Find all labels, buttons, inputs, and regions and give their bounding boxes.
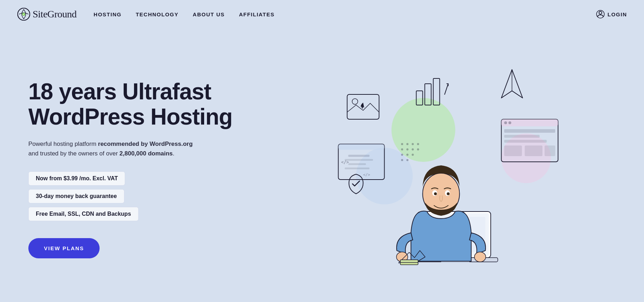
nav-link-affiliates[interactable]: AFFILIATES [239,11,275,17]
features-list: Now from $3.99 /mo. Excl. VAT 30-day mon… [28,171,241,221]
svg-rect-19 [504,140,547,143]
svg-point-40 [407,154,409,156]
view-plans-button[interactable]: VIEW PLANS [28,238,100,258]
user-icon [596,10,605,18]
svg-point-56 [447,192,450,195]
svg-rect-24 [338,144,385,150]
svg-rect-22 [545,145,555,156]
nav-links: HOSTING TECHNOLOGY ABOUT US AFFILIATES [94,11,596,17]
svg-rect-27 [345,159,373,161]
hero-subtitle: Powerful hosting platform recommended by… [28,139,198,158]
login-area[interactable]: LOGIN [596,10,627,18]
svg-point-42 [401,159,403,161]
svg-text:</>: </> [363,172,370,177]
svg-point-55 [434,192,437,195]
nav-link-about-us[interactable]: ABOUT US [193,11,225,17]
svg-point-35 [401,148,403,150]
svg-point-43 [407,159,409,161]
hero-content: 18 years Ultrafast WordPress Hosting Pow… [28,79,241,258]
svg-rect-28 [348,163,366,165]
logo[interactable]: SiteGround [17,7,77,21]
hero-title: 18 years Ultrafast WordPress Hosting [28,79,241,129]
hero-section: 18 years Ultrafast WordPress Hosting Pow… [0,28,644,302]
feature-badge-free-services: Free Email, SSL, CDN and Backups [28,207,139,221]
svg-point-39 [401,154,403,156]
svg-rect-26 [348,155,370,157]
svg-point-15 [504,121,507,124]
svg-point-41 [412,154,414,156]
svg-rect-18 [504,135,540,138]
svg-point-33 [412,143,414,145]
svg-rect-21 [525,145,543,156]
svg-point-58 [475,252,486,262]
svg-rect-17 [504,129,555,133]
svg-point-3 [599,11,602,14]
svg-point-37 [412,148,414,150]
navbar: SiteGround HOSTING TECHNOLOGY ABOUT US A… [0,0,644,28]
feature-badge-price: Now from $3.99 /mo. Excl. VAT [28,171,125,186]
logo-icon [17,7,30,21]
svg-point-36 [407,148,409,150]
svg-point-31 [401,143,403,145]
nav-link-technology[interactable]: TECHNOLOGY [136,11,179,17]
login-label: LOGIN [607,11,627,17]
svg-point-32 [407,143,409,145]
svg-point-34 [417,143,419,145]
svg-rect-29 [345,168,370,169]
svg-rect-20 [504,145,522,156]
logo-text: SiteGround [33,9,77,20]
svg-rect-60 [401,260,418,263]
hero-illustration: </> </> [241,48,627,290]
svg-point-38 [417,148,419,150]
svg-point-5 [392,98,455,162]
svg-point-16 [509,121,511,124]
illustration-svg: </> </> [241,48,627,290]
nav-link-hosting[interactable]: HOSTING [94,11,122,17]
feature-badge-money-back: 30-day money back guarantee [28,189,124,203]
svg-point-12 [352,99,358,104]
